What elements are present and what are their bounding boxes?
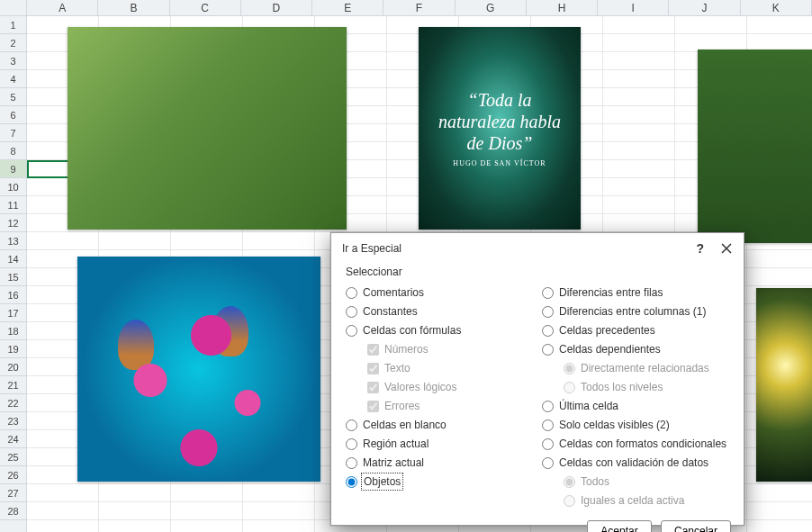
row-header[interactable]: 10	[0, 178, 26, 196]
row-header[interactable]: 23	[0, 412, 26, 430]
row-header[interactable]: 9	[0, 160, 26, 178]
checkbox-logicals: Valores lógicos	[346, 380, 533, 394]
row-header[interactable]: 16	[0, 286, 26, 304]
col-header[interactable]: H	[527, 0, 598, 15]
row-header[interactable]: 18	[0, 322, 26, 340]
col-header[interactable]: D	[241, 0, 312, 15]
row-header[interactable]: 11	[0, 196, 26, 214]
image-forest-right[interactable]	[698, 50, 812, 243]
row-header[interactable]: 1	[0, 16, 26, 34]
col-header[interactable]: E	[312, 0, 383, 15]
row-header[interactable]: 2	[0, 34, 26, 52]
row-header[interactable]: 14	[0, 250, 26, 268]
col-header[interactable]: C	[170, 0, 241, 15]
option-comments[interactable]: Comentarios	[346, 285, 533, 300]
select-all-corner[interactable]	[0, 0, 27, 16]
row-header[interactable]: 6	[0, 106, 26, 124]
option-blanks[interactable]: Celdas en blanco	[346, 418, 533, 432]
image-heart-lake[interactable]: “Toda la naturaleza habla de Dios” HUGO …	[419, 27, 581, 230]
radio-same: Iguales a celda activa	[542, 493, 729, 508]
goto-special-dialog: Ir a Especial ? Seleccionar Comentarios …	[330, 232, 744, 526]
radio-all: Todos	[542, 474, 729, 489]
row-header[interactable]: 25	[0, 448, 26, 466]
option-constants[interactable]: Constantes	[346, 304, 533, 319]
image-birds-flowers[interactable]	[77, 257, 320, 482]
checkbox-text: Texto	[346, 361, 533, 375]
col-header[interactable]: G	[456, 0, 527, 15]
checkbox-numbers: Números	[346, 342, 533, 356]
radio-direct: Directamente relacionadas	[542, 361, 729, 375]
bird-shape	[118, 320, 154, 370]
row-header[interactable]: 4	[0, 70, 26, 88]
cancel-button[interactable]: Cancelar	[661, 520, 731, 532]
dialog-title: Ir a Especial	[342, 242, 401, 255]
row-header[interactable]: 5	[0, 88, 26, 106]
row-header[interactable]: 17	[0, 304, 26, 322]
option-col-diff[interactable]: Diferencias entre columnas (1)	[542, 304, 729, 319]
row-header[interactable]: 22	[0, 394, 26, 412]
row-header[interactable]: 20	[0, 358, 26, 376]
option-last-cell[interactable]: Última celda	[542, 399, 729, 413]
image-quote-author: HUGO DE SAN VÍCTOR	[453, 159, 546, 167]
col-header[interactable]: B	[98, 0, 169, 15]
options-right-column: Diferencias entre filas Diferencias entr…	[542, 285, 729, 508]
options-left-column: Comentarios Constantes Celdas con fórmul…	[346, 285, 533, 508]
row-header[interactable]: 26	[0, 466, 26, 484]
option-region[interactable]: Región actual	[346, 437, 533, 451]
row-header[interactable]: 19	[0, 340, 26, 358]
row-header[interactable]: 24	[0, 430, 26, 448]
option-objects[interactable]: Objetos	[346, 474, 533, 489]
row-header[interactable]: 13	[0, 232, 26, 250]
row-header[interactable]: 21	[0, 376, 26, 394]
option-precedents[interactable]: Celdas precedentes	[542, 323, 729, 338]
section-label: Seleccionar	[346, 266, 729, 278]
row-header[interactable]: 12	[0, 214, 26, 232]
dialog-titlebar: Ir a Especial ?	[331, 233, 744, 262]
radio-all-levels: Todos los niveles	[542, 380, 729, 394]
image-sunlight-forest[interactable]	[756, 288, 812, 482]
row-header[interactable]: 28	[0, 502, 26, 520]
option-cond-format[interactable]: Celdas con formatos condicionales	[542, 437, 729, 451]
option-row-diff[interactable]: Diferencias entre filas	[542, 285, 729, 300]
row-header[interactable]: 15	[0, 268, 26, 286]
bird-shape	[212, 306, 248, 356]
row-headers: 1234567891011121314151617181920212223242…	[0, 16, 27, 532]
option-visible[interactable]: Solo celdas visibles (2)	[542, 418, 729, 432]
column-headers: ABCDEFGHIJK	[27, 0, 812, 16]
col-header[interactable]: F	[383, 0, 455, 15]
row-header[interactable]: 27	[0, 484, 26, 502]
accept-button[interactable]: Aceptar	[587, 520, 652, 532]
row-header[interactable]: 8	[0, 142, 26, 160]
option-formulas[interactable]: Celdas con fórmulas	[346, 323, 533, 338]
col-header[interactable]: J	[669, 0, 740, 15]
image-tree-hands[interactable]	[68, 27, 347, 230]
image-quote-text: “Toda la naturaleza habla de Dios”	[429, 89, 570, 154]
checkbox-errors: Errores	[346, 399, 533, 413]
row-header[interactable]: 3	[0, 52, 26, 70]
col-header[interactable]: K	[741, 0, 812, 15]
col-header[interactable]: A	[27, 0, 98, 15]
option-validation[interactable]: Celdas con validación de datos	[542, 455, 729, 470]
close-icon[interactable]	[718, 240, 735, 257]
col-header[interactable]: I	[598, 0, 669, 15]
option-matrix[interactable]: Matriz actual	[346, 455, 533, 470]
option-dependents[interactable]: Celdas dependientes	[542, 342, 729, 356]
row-header[interactable]: 7	[0, 124, 26, 142]
help-icon[interactable]: ?	[696, 241, 704, 256]
